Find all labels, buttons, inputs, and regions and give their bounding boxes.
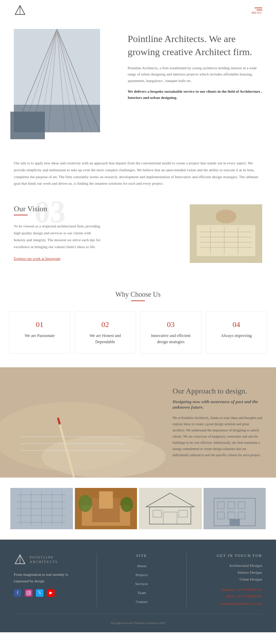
svg-rect-15 bbox=[197, 225, 255, 256]
youtube-icon[interactable]: ▶ bbox=[47, 589, 55, 597]
hero-image-block bbox=[14, 29, 117, 132]
footer-service-urban: Urban Designs bbox=[200, 576, 262, 583]
hero-title: Pointline Architects. We are growing cre… bbox=[128, 32, 262, 59]
footer-nav: About Projects Services Team Contact bbox=[111, 562, 172, 604]
footer-nav-services[interactable]: Services bbox=[111, 580, 172, 586]
footer-nav-team[interactable]: Team bbox=[111, 589, 172, 595]
footer-nav-projects[interactable]: Projects bbox=[111, 571, 172, 577]
facebook-icon[interactable]: f bbox=[14, 589, 21, 597]
svg-rect-49 bbox=[139, 488, 201, 529]
footer: POINTLINE ARCHITECTS From imagination to… bbox=[0, 540, 276, 632]
why-label-4: Always improving bbox=[211, 333, 261, 339]
why-card-4: 04 Always improving bbox=[206, 311, 267, 354]
footer-site-links: SITE About Projects Services Team Contac… bbox=[111, 553, 172, 607]
footer-tagline: From imagination to real serenity is exp… bbox=[14, 571, 69, 584]
svg-rect-30 bbox=[21, 443, 124, 444]
gallery-item-4[interactable] bbox=[204, 488, 266, 529]
footer-service-arch: Architectural Designs bbox=[200, 562, 262, 569]
footer-divider-1 bbox=[97, 553, 97, 607]
svg-point-68 bbox=[29, 591, 30, 592]
footer-contact-services: Architectural Designs Interior Designs U… bbox=[200, 562, 262, 583]
why-num-2: 02 bbox=[80, 320, 130, 329]
footer-bottom: All right reserved. Pointline Architects… bbox=[14, 614, 262, 625]
svg-rect-46 bbox=[99, 491, 113, 509]
why-num-4: 04 bbox=[211, 320, 261, 329]
footer-nav-contact[interactable]: Contact bbox=[111, 598, 172, 604]
why-choose-title: Why Choose Us bbox=[7, 290, 269, 301]
svg-point-26 bbox=[41, 436, 166, 478]
approach-subtitle: Designing now with awareness of past and… bbox=[172, 399, 262, 410]
footer-divider-2 bbox=[186, 553, 187, 607]
approach-content: Our Approach to design. Designing now wi… bbox=[166, 376, 276, 469]
instagram-link[interactable]: Explore our work at Instagram bbox=[14, 256, 60, 260]
footer-contact: GET IN TOUCH FOR Architectural Designs I… bbox=[200, 553, 262, 607]
hero-img-overlay bbox=[10, 112, 45, 139]
why-label-2: We are Honest and Dependable bbox=[80, 333, 130, 345]
twitter-icon[interactable]: 𝕏 bbox=[36, 589, 43, 597]
hero-description: Pointline Architects, a firm established… bbox=[128, 65, 262, 84]
footer-top: POINTLINE ARCHITECTS From imagination to… bbox=[14, 553, 262, 614]
about-section: Our aim is to apply new ideas and creati… bbox=[0, 146, 276, 197]
approach-title: Our Approach to design. bbox=[172, 387, 262, 396]
footer-service-interior: Interior Designs bbox=[200, 569, 262, 576]
gallery-item-1[interactable] bbox=[10, 488, 73, 529]
svg-point-67 bbox=[28, 592, 30, 594]
svg-rect-31 bbox=[21, 450, 131, 451]
vision-content: 03 Our Vision To be viewed as a respecte… bbox=[14, 204, 179, 261]
vision-title: Our Vision bbox=[14, 204, 47, 215]
footer-copyright: All right reserved. Pointline Architects… bbox=[110, 621, 165, 625]
why-label-3: Innovative and efficient design strategi… bbox=[146, 333, 196, 345]
why-num-1: 01 bbox=[15, 320, 65, 329]
footer-phone: Mumbai: +91-9795687556 Patna: +91-703360… bbox=[200, 586, 262, 600]
svg-rect-29 bbox=[21, 436, 141, 437]
gallery-item-2[interactable] bbox=[75, 488, 137, 529]
footer-brand-name: POINTLINE ARCHITECTS bbox=[30, 555, 58, 564]
hero-highlight: We delivers a bespoke sustainable servic… bbox=[128, 88, 262, 101]
svg-point-23 bbox=[216, 209, 236, 223]
gallery-section bbox=[0, 478, 276, 540]
approach-section: Our Approach to design. Designing now wi… bbox=[0, 367, 276, 478]
logo[interactable] bbox=[14, 4, 26, 18]
svg-point-48 bbox=[120, 497, 133, 512]
footer-brand: POINTLINE ARCHITECTS From imagination to… bbox=[14, 553, 83, 607]
why-card-2: 02 We are Honest and Dependable bbox=[75, 311, 136, 354]
hero-section: Pointline Architects. We are growing cre… bbox=[0, 22, 276, 146]
why-card-3: 03 Innovative and efficient design strat… bbox=[140, 311, 201, 354]
svg-point-47 bbox=[78, 495, 92, 512]
vision-image bbox=[190, 204, 262, 263]
menu-button[interactable]: MENU bbox=[252, 8, 263, 14]
header: MENU bbox=[0, 0, 276, 22]
why-card-1: 01 We are Passionate bbox=[9, 311, 70, 354]
hero-content: Pointline Architects. We are growing cre… bbox=[128, 29, 262, 101]
footer-email[interactable]: contact@pointlinearch.com bbox=[200, 601, 262, 605]
why-choose-section: Why Choose Us 01 We are Passionate 02 We… bbox=[0, 277, 276, 367]
footer-logo: POINTLINE ARCHITECTS bbox=[14, 553, 83, 566]
why-num-3: 03 bbox=[146, 320, 196, 329]
gallery-item-3[interactable] bbox=[139, 488, 201, 529]
footer-patna: Patna: +91-7033602464 bbox=[200, 593, 262, 600]
svg-rect-66 bbox=[27, 591, 31, 595]
svg-rect-63 bbox=[229, 519, 240, 526]
footer-contact-title: GET IN TOUCH FOR bbox=[200, 553, 262, 558]
approach-description: We at Pointline Architects, listens to y… bbox=[172, 415, 262, 458]
why-cards-container: 01 We are Passionate 02 We are Honest an… bbox=[7, 311, 269, 354]
footer-site-title: SITE bbox=[111, 553, 172, 558]
footer-mumbai: Mumbai: +91-9795687556 bbox=[200, 586, 262, 593]
why-label-1: We are Passionate bbox=[15, 333, 65, 339]
instagram-icon[interactable] bbox=[25, 589, 32, 597]
vision-section: 03 Our Vision To be viewed as a respecte… bbox=[0, 197, 276, 277]
about-text: Our aim is to apply new ideas and creati… bbox=[14, 160, 262, 187]
footer-nav-about[interactable]: About bbox=[111, 562, 172, 569]
footer-social: f 𝕏 ▶ bbox=[14, 589, 83, 597]
